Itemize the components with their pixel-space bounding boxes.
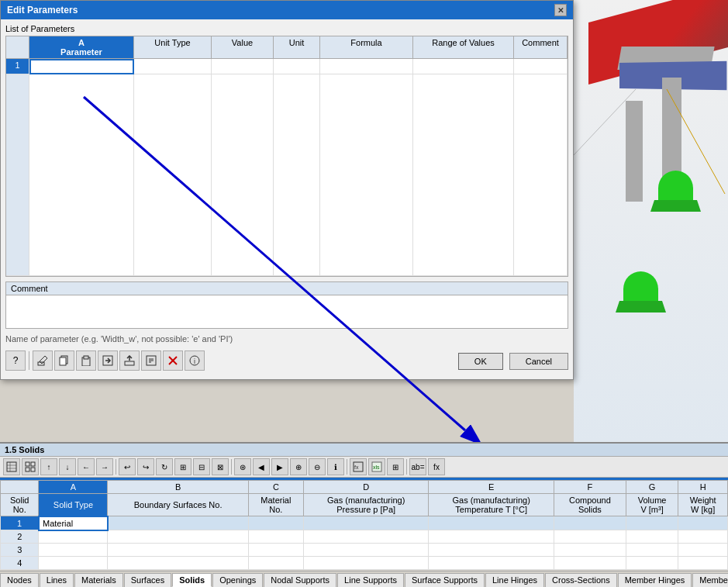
btb-export2[interactable]: fx <box>350 458 367 475</box>
tab-nodes[interactable]: Nodes <box>0 573 39 587</box>
table-row-4[interactable]: 4 <box>1 557 728 570</box>
cell-1-d[interactable] <box>274 59 320 74</box>
btb-btn-arrow-l[interactable]: ◀ <box>253 458 270 475</box>
tab-lines[interactable]: Lines <box>40 573 74 587</box>
cell-material-1[interactable] <box>248 516 303 530</box>
table-row-1[interactable]: 1 Material <box>1 516 728 530</box>
cell-boundary-3[interactable] <box>108 544 248 557</box>
tab-member-eccentricities[interactable]: Member Eccentricities <box>692 573 728 587</box>
btb-btn-info[interactable]: ℹ <box>327 458 344 475</box>
cell-volume-4[interactable] <box>626 557 678 570</box>
info-icon: i <box>189 355 200 366</box>
cell-pressure-1[interactable] <box>303 516 429 530</box>
cell-pressure-3[interactable] <box>303 544 429 557</box>
cell-weight-1[interactable] <box>678 516 728 530</box>
cell-weight-3[interactable] <box>678 544 728 557</box>
cell-type-4[interactable] <box>39 557 108 570</box>
btb-paste2[interactable]: ⊟ <box>193 458 210 475</box>
close-button[interactable]: ✕ <box>554 4 567 16</box>
btb-redo[interactable]: ↪ <box>137 458 154 475</box>
btb-btn-4[interactable]: ↓ <box>59 458 76 475</box>
tab-solids[interactable]: Solids <box>172 573 212 587</box>
tab-surface-supports[interactable]: Surface Supports <box>405 573 485 587</box>
btb-filter[interactable]: ⊛ <box>234 458 251 475</box>
cell-weight-4[interactable] <box>678 557 728 570</box>
btb-copy2[interactable]: ⊞ <box>174 458 191 475</box>
table-row-2[interactable]: 2 <box>1 530 728 544</box>
cell-type-1[interactable]: Material <box>39 516 108 530</box>
svg-rect-28 <box>26 468 29 471</box>
cell-1-e[interactable] <box>320 59 413 74</box>
cell-type-2[interactable] <box>39 530 108 544</box>
cell-input-1-a[interactable] <box>34 62 129 71</box>
tab-surfaces[interactable]: Surfaces <box>124 573 171 587</box>
btb-undo[interactable]: ↩ <box>119 458 136 475</box>
edit-button[interactable] <box>33 350 53 371</box>
btb-btn-1[interactable] <box>3 458 20 475</box>
btb-excel[interactable]: xls <box>368 458 385 475</box>
btb-fx[interactable]: fx <box>428 458 445 475</box>
btb-sep-3 <box>347 459 347 475</box>
cell-material-2[interactable] <box>248 530 303 544</box>
cell-temperature-4[interactable] <box>429 557 554 570</box>
cell-1-c[interactable] <box>212 59 274 74</box>
ok-button[interactable]: OK <box>458 353 503 370</box>
cell-volume-3[interactable] <box>626 544 678 557</box>
cell-1-f[interactable] <box>413 59 514 74</box>
paste-button[interactable] <box>76 350 96 371</box>
table-row-3[interactable]: 3 <box>1 544 728 557</box>
tab-openings[interactable]: Openings <box>212 573 263 587</box>
bottom-toolbar: ↑ ↓ ← → ↩ ↪ ↻ ⊞ ⊟ ⊠ ⊛ ◀ ▶ ⊕ ⊖ ℹ fx xls ⊞… <box>0 457 728 478</box>
btb-btn-5[interactable]: ← <box>78 458 95 475</box>
cell-1-b[interactable] <box>134 59 212 74</box>
btb-btn-collapse[interactable]: ⊖ <box>309 458 326 475</box>
cell-temperature-2[interactable] <box>429 530 554 544</box>
btb-refresh[interactable]: ↻ <box>156 458 173 475</box>
row-number-1[interactable]: 1 <box>6 59 29 74</box>
cell-boundary-4[interactable] <box>108 557 248 570</box>
help-button[interactable]: ? <box>5 350 26 371</box>
tab-materials[interactable]: Materials <box>74 573 123 587</box>
cell-pressure-4[interactable] <box>303 557 429 570</box>
btb-btn-3[interactable]: ↑ <box>40 458 57 475</box>
delete-button[interactable] <box>163 350 183 371</box>
cell-compound-2[interactable] <box>554 530 626 544</box>
cell-boundary-1[interactable] <box>108 516 248 530</box>
info-button[interactable]: i <box>185 350 205 371</box>
cell-volume-2[interactable] <box>626 530 678 544</box>
col-letter-c: C <box>248 481 303 494</box>
tab-nodal-supports[interactable]: Nodal Supports <box>264 573 336 587</box>
cell-material-4[interactable] <box>248 557 303 570</box>
btb-delete2[interactable]: ⊠ <box>212 458 229 475</box>
tab-cross-sections[interactable]: Cross-Sections <box>545 573 617 587</box>
cell-temperature-3[interactable] <box>429 544 554 557</box>
cell-1-g[interactable] <box>514 59 568 74</box>
cancel-button[interactable]: Cancel <box>509 353 568 370</box>
cell-pressure-2[interactable] <box>303 530 429 544</box>
cell-weight-2[interactable] <box>678 530 728 544</box>
cell-compound-4[interactable] <box>554 557 626 570</box>
export-button[interactable] <box>119 350 140 371</box>
import-button[interactable] <box>98 350 118 371</box>
calc-button[interactable] <box>141 350 161 371</box>
cell-compound-1[interactable] <box>554 516 626 530</box>
cell-compound-3[interactable] <box>554 544 626 557</box>
cell-1-a[interactable] <box>29 59 134 74</box>
btb-btn-2[interactable] <box>22 458 39 475</box>
btb-btn-6[interactable]: → <box>96 458 113 475</box>
cell-boundary-2[interactable] <box>108 530 248 544</box>
tab-line-supports[interactable]: Line Supports <box>337 573 404 587</box>
cell-temperature-1[interactable] <box>429 516 554 530</box>
btb-func[interactable]: ab= <box>409 458 426 475</box>
section-label: List of Parameters <box>5 24 568 33</box>
comment-textarea[interactable] <box>6 295 568 326</box>
tab-member-hinges[interactable]: Member Hinges <box>618 573 692 587</box>
cell-material-3[interactable] <box>248 544 303 557</box>
tab-line-hinges[interactable]: Line Hinges <box>485 573 544 587</box>
cell-type-3[interactable] <box>39 544 108 557</box>
btb-print[interactable]: ⊞ <box>387 458 404 475</box>
cell-volume-1[interactable] <box>626 516 678 530</box>
copy-button[interactable] <box>54 350 74 371</box>
btb-btn-arrow-r[interactable]: ▶ <box>271 458 288 475</box>
btb-btn-expand[interactable]: ⊕ <box>290 458 307 475</box>
